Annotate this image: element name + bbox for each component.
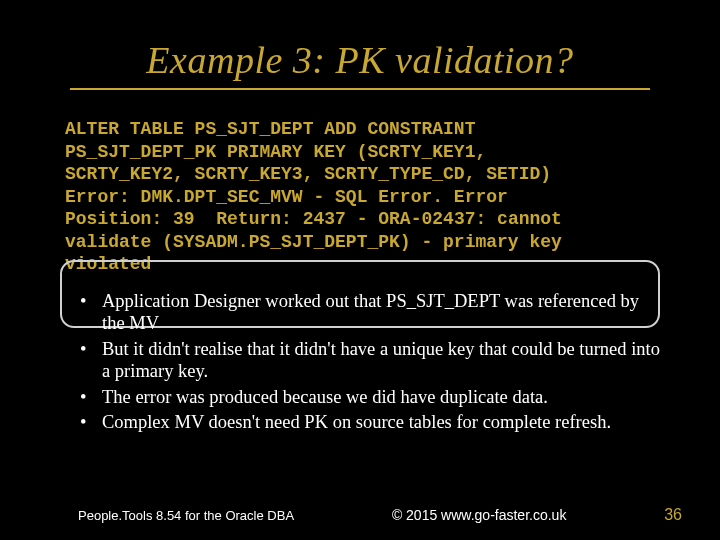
footer-center: © 2015 www.go-faster.co.uk — [294, 507, 664, 523]
bullet-list: Application Designer worked out that PS_… — [78, 290, 660, 434]
slide-title: Example 3: PK validation? — [0, 0, 720, 88]
code-error-highlight: validate (SYSADM.PS_SJT_DEPT_PK) - prima… — [65, 232, 562, 252]
bullet-text: But it didn't realise that it didn't hav… — [102, 339, 660, 382]
code-line: Position: 39 Return: 2437 - — [65, 209, 378, 229]
list-item: Application Designer worked out that PS_… — [78, 290, 660, 335]
code-error-highlight: violated — [65, 254, 151, 274]
code-line: ALTER TABLE PS_SJT_DEPT ADD CONSTRAINT — [65, 119, 475, 139]
slide: Example 3: PK validation? ALTER TABLE PS… — [0, 0, 720, 540]
footer-left: People.Tools 8.54 for the Oracle DBA — [78, 508, 294, 523]
code-block: ALTER TABLE PS_SJT_DEPT ADD CONSTRAINT P… — [65, 118, 655, 276]
code-line: SCRTY_KEY2, SCRTY_KEY3, SCRTY_TYPE_CD, S… — [65, 164, 551, 184]
list-item: The error was produced because we did ha… — [78, 386, 660, 409]
bullet-text: Complex MV doesn't need PK on source tab… — [102, 412, 611, 432]
title-underline — [70, 88, 650, 90]
code-error-highlight: ORA-02437: cannot — [378, 209, 562, 229]
slide-number: 36 — [664, 506, 682, 524]
list-item: But it didn't realise that it didn't hav… — [78, 338, 660, 383]
list-item: Complex MV doesn't need PK on source tab… — [78, 411, 660, 434]
footer: People.Tools 8.54 for the Oracle DBA © 2… — [0, 506, 720, 524]
bullet-text: Application Designer worked out that PS_… — [102, 291, 639, 334]
code-line: PS_SJT_DEPT_PK PRIMARY KEY (SCRTY_KEY1, — [65, 142, 486, 162]
bullet-text: The error was produced because we did ha… — [102, 387, 548, 407]
code-line: Error: DMK.DPT_SEC_MVW - SQL Error. Erro… — [65, 187, 508, 207]
